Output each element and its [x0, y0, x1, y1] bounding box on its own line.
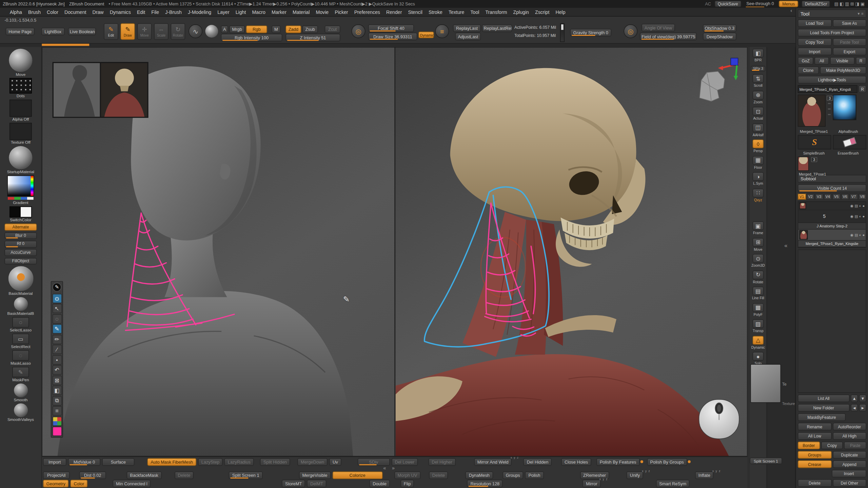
- zadd-button[interactable]: Zadd: [285, 25, 301, 33]
- menu-item[interactable]: Edit: [134, 8, 148, 16]
- bottom-button[interactable]: DynaMesh: [466, 471, 493, 479]
- bottom-button[interactable]: Dist 0.02: [79, 471, 106, 479]
- mask-lasso-button[interactable]: MaskLasso: [11, 350, 31, 365]
- goz-all-button[interactable]: All: [815, 57, 829, 65]
- persp-button[interactable]: ◊ Persp: [750, 139, 766, 152]
- all-high-button[interactable]: All High: [833, 432, 867, 440]
- bottom-button[interactable]: Unify: [627, 471, 643, 479]
- dynamic-button[interactable]: △ Dynamic: [750, 336, 766, 349]
- bottom-button[interactable]: DelMT: [307, 480, 327, 488]
- left-viewport[interactable]: ✎ ⊙ ↖ ◌ ✎ ✏ ∕ • ↶: [42, 47, 394, 456]
- menu-item[interactable]: Brush: [25, 8, 44, 16]
- bottom-button[interactable]: SDiv: [357, 458, 390, 466]
- simple-brush-thumbnail[interactable]: S: [798, 135, 831, 149]
- scroll-button[interactable]: ⇅ Scroll: [750, 74, 766, 87]
- menu-item[interactable]: Tool: [467, 8, 482, 16]
- panel-collapse-handle[interactable]: ‹: [790, 8, 792, 13]
- bpr-button[interactable]: ◧ BPR: [750, 49, 766, 62]
- gravity-strength-slider[interactable]: Gravity Strength 0: [570, 29, 611, 37]
- bottom-button[interactable]: MidValue 0: [68, 458, 100, 466]
- subtool-row-icon[interactable]: ◉: [850, 233, 853, 237]
- menu-item[interactable]: Render: [383, 8, 405, 16]
- menu-item[interactable]: Document: [61, 8, 90, 16]
- subtool-version-tab[interactable]: V6: [841, 194, 849, 200]
- save-as-button[interactable]: Save As: [833, 19, 867, 27]
- qxyz-button[interactable]: ∷ Qxyz: [750, 188, 766, 202]
- subtool-row-icon[interactable]: ▤: [854, 204, 858, 208]
- accucurve-button[interactable]: AccuCurve: [4, 249, 37, 256]
- pen-icon[interactable]: ✎: [52, 324, 62, 334]
- lasso-icon[interactable]: ◌: [52, 314, 62, 324]
- line-fill-button[interactable]: ▤ Line Fill: [750, 287, 766, 300]
- smooth-brush-thumb[interactable]: Smooth: [14, 384, 27, 402]
- del-other-button[interactable]: Del Other: [833, 479, 867, 487]
- subtool-section-header[interactable]: Subtool: [798, 175, 866, 183]
- rotate-button[interactable]: ↻ Rotate: [171, 23, 185, 40]
- menu-item[interactable]: Macro: [249, 8, 268, 16]
- bottom-button[interactable]: Del Higher: [428, 458, 455, 466]
- draw-size-slider[interactable]: Draw Size 36.93311: [368, 33, 417, 40]
- menu-item[interactable]: Transform: [482, 8, 510, 16]
- stroke-icon[interactable]: ∿: [189, 24, 202, 38]
- export-button[interactable]: Export: [833, 47, 867, 55]
- copy-tool-button[interactable]: Copy Tool: [798, 38, 832, 46]
- obj-shadow-slider[interactable]: ObjShadow 0.3: [703, 24, 736, 32]
- subtool-row-icon[interactable]: ●: [863, 214, 865, 219]
- rgb-intensity-slider[interactable]: Rgb Intensity 100: [221, 34, 282, 42]
- paste-tool-button[interactable]: Paste Tool: [833, 38, 867, 46]
- bottom-button[interactable]: Mirror: [583, 480, 600, 488]
- basic-materialb-thumb[interactable]: BasicMaterialB: [7, 297, 34, 316]
- current-tool-thumbnail[interactable]: [798, 95, 826, 127]
- visible-count-slider[interactable]: Visible Count 14: [798, 184, 866, 192]
- subtool-version-tab[interactable]: V7: [850, 194, 858, 200]
- bottom-button[interactable]: Split Hidden: [260, 458, 290, 466]
- line-icon[interactable]: ∕: [52, 345, 62, 354]
- m-button[interactable]: M: [272, 25, 280, 33]
- subtool-version-tab[interactable]: V4: [824, 194, 832, 200]
- menu-item[interactable]: Layer: [214, 8, 232, 16]
- tool-palette-header[interactable]: Tool ▾≡: [798, 9, 866, 18]
- tray-collapse-handle[interactable]: «: [784, 242, 787, 248]
- floor-button[interactable]: ▦ Floor: [750, 156, 766, 169]
- zsub-button[interactable]: Zsub: [302, 25, 318, 33]
- default-zscript-button[interactable]: DefaultZScr: [802, 1, 830, 7]
- bottom-button[interactable]: Uv: [329, 458, 341, 466]
- bottom-button[interactable]: Geometry: [43, 480, 69, 488]
- fill-icon[interactable]: ◧: [52, 386, 62, 395]
- camera-head-icon[interactable]: [699, 72, 725, 101]
- bottom-button[interactable]: Min Connected l: [113, 480, 151, 488]
- menu-item[interactable]: Stroke: [426, 8, 446, 16]
- bottom-button[interactable]: Inflate: [695, 471, 714, 479]
- window-icon[interactable]: ▣: [860, 1, 865, 6]
- bottom-button[interactable]: Close Holes: [561, 458, 591, 466]
- move-button[interactable]: ✛ Move: [137, 23, 152, 40]
- solo-button[interactable]: ● Solo: [750, 352, 766, 365]
- subtool-row-icon[interactable]: ◐: [859, 233, 861, 237]
- bottom-button[interactable]: Flip: [400, 480, 414, 488]
- paste-subtool-button[interactable]: Paste: [844, 442, 866, 449]
- dock-collapse-handles[interactable]: « »: [383, 465, 397, 471]
- eye-icon[interactable]: ⊙: [52, 293, 62, 303]
- move-3d-button[interactable]: ⊞ Move: [750, 238, 766, 251]
- groups-toggle[interactable]: Groups: [798, 451, 832, 459]
- window-icon[interactable]: ◨: [854, 1, 860, 6]
- quicksave-button[interactable]: QuickSave: [714, 1, 741, 7]
- header-icon[interactable]: ▾: [857, 11, 860, 16]
- lsym-button[interactable]: ◑ L.Sym: [750, 172, 766, 185]
- rotate-3d-button[interactable]: ↻ Rotate: [750, 270, 766, 284]
- insert-button[interactable]: Insert: [831, 470, 866, 477]
- bottom-button[interactable]: MergeVisible: [299, 471, 331, 479]
- lightbox-tools-button[interactable]: Lightbox▶Tools: [798, 76, 866, 84]
- bottom-button[interactable]: Color: [71, 480, 87, 488]
- menus-button[interactable]: Menus: [779, 1, 798, 7]
- list-all-button[interactable]: List All: [798, 394, 850, 402]
- bottom-button[interactable]: ProjectAll: [43, 471, 70, 479]
- y-axis[interactable]: [736, 65, 737, 77]
- menu-item[interactable]: Color: [44, 8, 61, 16]
- mask-by-feature-button[interactable]: MaskByFeature: [798, 413, 846, 421]
- menu-item[interactable]: File: [148, 8, 162, 16]
- bottom-button[interactable]: StoreMT: [282, 480, 305, 488]
- subtool-name-row[interactable]: Merged_TPose1_Ryan_Kingslie: [798, 241, 866, 247]
- bottom-button[interactable]: Delete: [174, 471, 194, 479]
- alternate-button[interactable]: Alternate: [4, 224, 37, 231]
